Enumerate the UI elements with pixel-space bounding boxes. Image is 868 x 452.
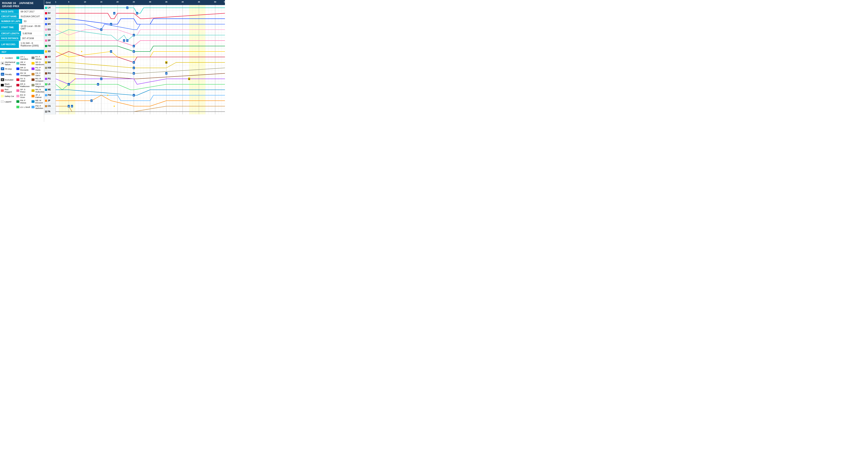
driver-swatch-cs bbox=[45, 105, 47, 107]
driver-swatch-rg bbox=[45, 72, 47, 74]
info-label-2: NUMBER OF LAPS: bbox=[0, 19, 22, 24]
svg-rect-102 bbox=[68, 83, 70, 86]
svg-rect-114 bbox=[165, 72, 167, 74]
svg-text:P: P bbox=[166, 62, 167, 64]
eo-label: EO: E Ocon bbox=[20, 94, 30, 98]
eo-swatch bbox=[17, 95, 19, 97]
info-label-1: CIRCUIT NAME: bbox=[0, 14, 19, 19]
svg-rect-116 bbox=[165, 61, 167, 64]
driver-swatch-sd bbox=[45, 51, 47, 53]
svg-rect-96 bbox=[133, 61, 135, 64]
driver-label-fm: FM bbox=[44, 43, 56, 49]
key-penalty: Po Penalty bbox=[1, 72, 15, 77]
info-row-5: RACE DISTANCE: 307.471KM bbox=[0, 36, 44, 41]
svg-text:P: P bbox=[127, 40, 128, 42]
cs-swatch bbox=[32, 73, 34, 76]
key-kr: KR: K Raikkonen bbox=[17, 83, 30, 88]
rg-swatch bbox=[32, 79, 34, 81]
key-mechanical: M Mechanical failure bbox=[1, 61, 15, 66]
info-row-0: RACE DATE: 08 OCT 2017 bbox=[0, 9, 44, 14]
driver-code-me: ME bbox=[48, 89, 51, 91]
fm-swatch bbox=[17, 100, 19, 103]
mechanical-label: Mechanical failure bbox=[5, 61, 15, 66]
svg-text:P: P bbox=[111, 24, 112, 25]
svg-rect-129 bbox=[188, 78, 190, 80]
svg-text:★: ★ bbox=[188, 78, 190, 80]
svg-rect-78 bbox=[136, 12, 138, 14]
round-title-bar: ROUND 16 JAPANESE GRAND PRIX bbox=[0, 0, 44, 9]
svg-rect-90 bbox=[126, 39, 128, 42]
svg-text:P: P bbox=[133, 95, 134, 96]
svg-text:P: P bbox=[133, 73, 134, 74]
main-container: ROUND 16 JAPANESE GRAND PRIX RACE DATE: … bbox=[0, 0, 231, 122]
sv-label: SV: S Vettel bbox=[20, 78, 30, 82]
driver-label-pw: PW bbox=[44, 92, 56, 98]
driver-code-fm: FM bbox=[48, 45, 51, 47]
key-sv: SV: S Vettel bbox=[17, 77, 30, 82]
driver-label-jp: JP bbox=[44, 98, 56, 103]
key-grid: ★ Accident LH: L Hamilton FA: F Alonso M… bbox=[0, 55, 44, 110]
key-pw: PW: P Wehrlein bbox=[32, 104, 45, 110]
lap-number-30: 30 bbox=[149, 1, 151, 3]
key-ls: LS: L Stroll bbox=[17, 104, 30, 110]
round-label: ROUND 16 bbox=[2, 1, 16, 5]
lap-number-45: 45 bbox=[198, 1, 200, 3]
grid-header: Grid bbox=[44, 1, 56, 4]
driver-label-me: ME bbox=[44, 87, 56, 92]
driver-swatch-fa bbox=[45, 111, 47, 113]
pw-swatch bbox=[32, 106, 34, 108]
svg-rect-88 bbox=[123, 39, 125, 42]
svg-rect-118 bbox=[133, 45, 135, 47]
info-value-6: 1:31.540 - K Raikkonen [2005] bbox=[19, 41, 44, 48]
driver-code-lh: LH bbox=[48, 6, 51, 9]
driver-code-jp: JP bbox=[48, 99, 50, 102]
svg-rect-0 bbox=[59, 5, 75, 114]
driver-label-mv: MV bbox=[44, 22, 56, 27]
driver-label-km: KM bbox=[44, 65, 56, 71]
svg-text:P: P bbox=[127, 7, 128, 9]
svg-rect-112 bbox=[71, 105, 73, 108]
info-value-5: 307.471KM bbox=[21, 36, 35, 40]
key-empty bbox=[1, 104, 15, 110]
svg-text:P: P bbox=[68, 84, 69, 86]
driver-code-sd: SD bbox=[48, 50, 51, 53]
svg-rect-120 bbox=[133, 72, 135, 74]
key-fm: FM: F Massa bbox=[17, 99, 30, 104]
key-section: KEY ★ Accident LH: L Hamilton FA: F Alon… bbox=[0, 50, 44, 110]
pitstop-label: Pit stop bbox=[5, 68, 12, 70]
key-eo: EO: E Ocon bbox=[17, 94, 30, 99]
vb-label: VB: V Bottas bbox=[20, 61, 30, 66]
key-pg: PG: P Gasly bbox=[32, 66, 45, 71]
key-dr: DR: D Ricciardo bbox=[17, 66, 30, 71]
lap-number-1: 1 bbox=[55, 1, 56, 3]
ls-swatch bbox=[17, 106, 19, 108]
svg-rect-100 bbox=[100, 78, 102, 80]
driver-code-eo: EO bbox=[48, 28, 51, 31]
key-jp: JP: J Palmer bbox=[32, 94, 45, 99]
penalty-icon: Po bbox=[1, 73, 4, 76]
info-row-4: CIRCUIT LENGTH: 5.807KM bbox=[0, 31, 44, 36]
km-swatch bbox=[32, 84, 34, 86]
driver-swatch-vb bbox=[45, 34, 47, 36]
driver-code-dr: DR bbox=[48, 18, 51, 20]
svg-text:★: ★ bbox=[74, 78, 76, 80]
driver-swatch-kr bbox=[45, 56, 47, 58]
mv-label: MV: M Verstappen bbox=[20, 72, 30, 77]
key-cs: CS: C Sainz bbox=[32, 72, 45, 77]
svg-rect-84 bbox=[100, 28, 102, 31]
key-me: ME: M Ericsson bbox=[32, 99, 45, 104]
driver-label-vb: VB bbox=[44, 32, 56, 38]
info-row-6: LAP RECORD: 1:31.540 - K Raikkonen [2005… bbox=[0, 41, 44, 48]
key-safety-car: Safety Car bbox=[1, 94, 15, 99]
svg-rect-80 bbox=[113, 12, 116, 14]
info-row-3: START TIME 14:00 Local - 05:00 GMT bbox=[0, 24, 44, 31]
sp-label: SP: S Perez bbox=[20, 88, 30, 93]
nh-swatch bbox=[32, 89, 34, 92]
excluded-icon: E bbox=[1, 78, 4, 81]
driver-swatch-lh bbox=[45, 7, 47, 9]
svg-text:P: P bbox=[166, 73, 167, 74]
svg-rect-1 bbox=[189, 5, 206, 114]
info-value-4: 5.807KM bbox=[21, 31, 34, 36]
svg-rect-76 bbox=[126, 6, 128, 9]
black-flagged-swatch bbox=[1, 84, 4, 86]
